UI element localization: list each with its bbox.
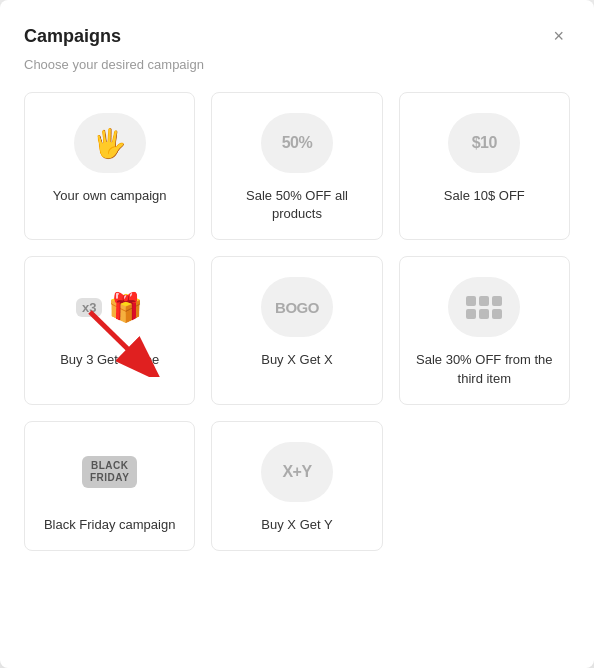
dialog-header: Campaigns × [24,24,570,49]
grid-icon [448,277,520,337]
card-buyxgety[interactable]: X+Y Buy X Get Y [211,421,382,551]
sale-10-icon: $10 [448,113,520,173]
sale-50-icon: 50% [261,113,333,173]
bogo-icon: BOGO [261,277,333,337]
sale-50-text: 50% [282,134,313,152]
card-label-sale-50: Sale 50% OFF all products [224,187,369,223]
bogo-text: BOGO [275,299,319,316]
card-label-sale-30: Sale 30% OFF from the third item [412,351,557,387]
sale-10-text: $10 [472,134,497,152]
hand-icon: 🖐 [74,113,146,173]
card-sale-30[interactable]: Sale 30% OFF from the third item [399,256,570,404]
card-label-buy3get1: Buy 3 Get 1 Free [60,351,159,369]
buyxgety-text: X+Y [282,463,311,481]
close-button[interactable]: × [547,24,570,49]
buyxgety-icon: X+Y [261,442,333,502]
x3-badge: x3 [76,298,102,317]
grid-visual [466,296,502,319]
card-sale-10[interactable]: $10 Sale 10$ OFF [399,92,570,240]
card-bogo[interactable]: BOGO Buy X Get X [211,256,382,404]
card-label-buyxgety: Buy X Get Y [261,516,332,534]
campaigns-dialog: Campaigns × Choose your desired campaign… [0,0,594,668]
card-buy3get1[interactable]: x3 🎁 Buy 3 Get 1 Free [24,256,195,404]
black-friday-icon: BLACK FRIDAY [74,442,146,502]
campaigns-grid: 🖐 Your own campaign 50% Sale 50% OFF all… [24,92,570,551]
gift-emoji: 🎁 [108,291,143,324]
card-black-friday[interactable]: BLACK FRIDAY Black Friday campaign [24,421,195,551]
bf-badge: BLACK FRIDAY [82,456,137,488]
dialog-title: Campaigns [24,26,121,47]
card-sale-50[interactable]: 50% Sale 50% OFF all products [211,92,382,240]
dialog-subtitle: Choose your desired campaign [24,57,570,72]
card-label-own-campaign: Your own campaign [53,187,167,205]
card-label-sale-10: Sale 10$ OFF [444,187,525,205]
gift-icon: x3 🎁 [74,277,146,337]
card-label-black-friday: Black Friday campaign [44,516,176,534]
card-own-campaign[interactable]: 🖐 Your own campaign [24,92,195,240]
card-label-bogo: Buy X Get X [261,351,333,369]
